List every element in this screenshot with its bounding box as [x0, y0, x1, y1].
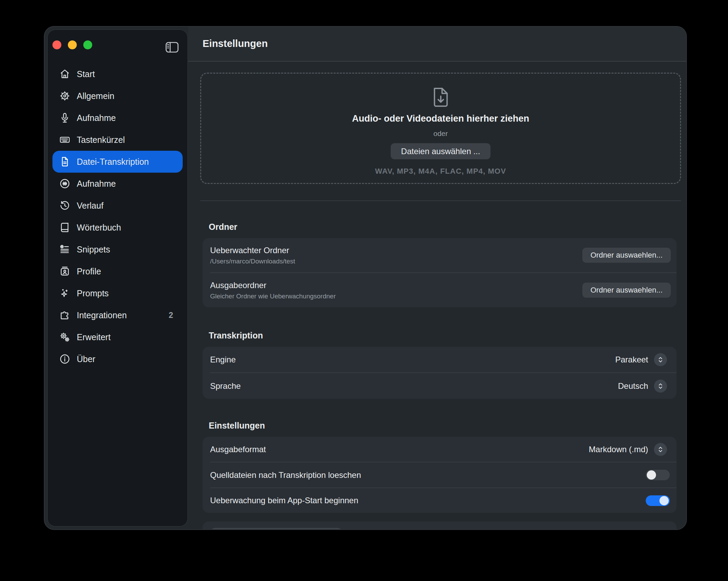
file-download-icon — [431, 86, 451, 109]
watched-folder-text: Ueberwachter Ordner /Users/marco/Downloa… — [210, 246, 295, 265]
sidebar-item-label: Aufnahme — [77, 179, 116, 189]
output-folder-text: Ausgabeordner Gleicher Ordner wie Ueberw… — [210, 281, 336, 300]
watched-folder-title: Ueberwachter Ordner — [210, 246, 295, 255]
engine-row: Engine Parakeet — [203, 347, 677, 372]
sidebar-nav: Start Allgemein — [48, 63, 187, 370]
chevron-up-down-icon — [654, 353, 667, 366]
delete-source-row: Quelldateien nach Transkription loeschen — [203, 462, 677, 487]
language-row: Sprache Deutsch — [203, 373, 677, 399]
keyboard-icon — [59, 134, 71, 146]
sidebar-item-profile[interactable]: Profile — [52, 260, 183, 282]
gears-icon — [59, 331, 71, 343]
output-folder-row: Ausgabeordner Gleicher Ordner wie Ueberw… — [203, 273, 677, 307]
dropzone-inner: Audio- oder Videodateien hierher ziehen … — [201, 74, 680, 176]
language-select[interactable]: Deutsch — [618, 380, 667, 393]
watch-on-start-row: Ueberwachung beim App-Start beginnen — [203, 488, 677, 513]
sidebar-item-label: Über — [77, 354, 95, 364]
snippet-list-icon — [59, 244, 71, 255]
sidebar-item-label: Aufnahme — [77, 113, 116, 123]
sidebar: Start Allgemein — [47, 29, 188, 527]
divider — [200, 200, 681, 201]
sidebar-toggle-icon[interactable] — [165, 41, 179, 53]
section-title-ordner: Ordner — [209, 222, 237, 232]
settings-content: Audio- oder Videodateien hierher ziehen … — [188, 62, 686, 529]
delete-source-label: Quelldateien nach Transkription loeschen — [210, 470, 361, 480]
book-icon — [59, 222, 71, 233]
settings-window: Start Allgemein — [44, 26, 687, 530]
engine-select[interactable]: Parakeet — [615, 353, 667, 366]
partial-button[interactable] — [211, 528, 342, 529]
home-icon — [59, 68, 71, 80]
watched-folder-path: /Users/marco/Downloads/test — [210, 258, 295, 265]
output-format-select[interactable]: Markdown (.md) — [589, 443, 667, 456]
sidebar-item-label: Datei-Transkription — [77, 157, 149, 167]
zoom-window-button[interactable] — [83, 40, 92, 49]
file-document-icon — [59, 156, 71, 168]
integrations-count-badge: 2 — [169, 311, 177, 320]
choose-watched-folder-button[interactable]: Ordner auswaehlen... — [582, 248, 671, 263]
output-format-row: Ausgabeformat Markdown (.md) — [203, 437, 677, 462]
main-panel: Einstellungen Audio- oder Videodatei — [188, 27, 686, 529]
sidebar-item-label: Wörterbuch — [77, 223, 121, 233]
sidebar-item-aufnahme[interactable]: Aufnahme — [52, 107, 183, 129]
sidebar-item-label: Snippets — [77, 245, 110, 255]
sidebar-item-verlauf[interactable]: Verlauf — [52, 195, 183, 217]
output-folder-title: Ausgabeordner — [210, 281, 336, 290]
choose-files-button[interactable]: Dateien auswählen ... — [391, 143, 490, 159]
microphone-icon — [59, 112, 71, 124]
language-label: Sprache — [210, 381, 241, 391]
file-dropzone[interactable]: Audio- oder Videodateien hierher ziehen … — [200, 73, 681, 184]
titlebar: Einstellungen — [188, 27, 686, 62]
waveform-circle-icon — [59, 178, 71, 189]
language-value: Deutsch — [618, 381, 648, 391]
watched-folder-row: Ueberwachter Ordner /Users/marco/Downloa… — [203, 238, 677, 272]
minimize-window-button[interactable] — [68, 40, 77, 49]
next-section-card-partial — [203, 521, 677, 529]
sidebar-item-tastenkuerzel[interactable]: Tastenkürzel — [52, 129, 183, 151]
chevron-up-down-icon — [654, 443, 667, 456]
traffic-lights — [52, 40, 92, 49]
engine-label: Engine — [210, 355, 236, 364]
delete-source-toggle[interactable] — [646, 470, 670, 480]
sidebar-item-allgemein[interactable]: Allgemein — [52, 85, 183, 107]
dropzone-heading: Audio- oder Videodateien hierher ziehen — [352, 113, 529, 124]
sidebar-item-label: Verlauf — [77, 201, 104, 211]
history-clock-icon — [59, 200, 71, 211]
ordner-card: Ueberwachter Ordner /Users/marco/Downloa… — [203, 238, 677, 307]
sidebar-item-label: Integrationen — [77, 310, 127, 320]
sidebar-item-label: Prompts — [77, 288, 109, 298]
dropzone-or-label: oder — [433, 129, 448, 138]
sidebar-item-ueber[interactable]: Über — [52, 348, 183, 370]
sidebar-item-aufnahme-2[interactable]: Aufnahme — [52, 173, 183, 195]
sidebar-item-label: Tastenkürzel — [77, 135, 125, 145]
sidebar-item-label: Start — [77, 69, 95, 79]
transkription-card: Engine Parakeet Sprache — [203, 347, 677, 399]
output-format-value: Markdown (.md) — [589, 445, 648, 454]
choose-output-folder-button[interactable]: Ordner auswaehlen... — [582, 283, 671, 298]
supported-formats-label: WAV, MP3, M4A, FLAC, MP4, MOV — [375, 167, 506, 176]
sparkles-icon — [59, 287, 71, 299]
section-title-transkription: Transkription — [209, 331, 263, 341]
sidebar-item-snippets[interactable]: Snippets — [52, 238, 183, 260]
sidebar-item-erweitert[interactable]: Erweitert — [52, 326, 183, 348]
sidebar-item-datei-transkription[interactable]: Datei-Transkription — [52, 151, 183, 173]
sidebar-item-label: Profile — [77, 267, 101, 276]
watch-on-start-toggle[interactable] — [646, 495, 670, 506]
output-folder-subtitle: Gleicher Ordner wie Ueberwachungsordner — [210, 293, 336, 300]
sidebar-item-label: Erweitert — [77, 332, 111, 342]
sidebar-item-start[interactable]: Start — [52, 63, 183, 85]
toggle-knob — [659, 496, 669, 505]
einstellungen-card: Ausgabeformat Markdown (.md) Quell — [203, 437, 677, 513]
screen: Start Allgemein — [0, 0, 728, 581]
close-window-button[interactable] — [52, 40, 61, 49]
output-format-label: Ausgabeformat — [210, 445, 266, 454]
sidebar-item-integrationen[interactable]: Integrationen 2 — [52, 304, 183, 326]
puzzle-icon — [59, 309, 71, 321]
sidebar-item-woerterbuch[interactable]: Wörterbuch — [52, 217, 183, 238]
toggle-knob — [647, 470, 656, 480]
sidebar-item-label: Allgemein — [77, 91, 114, 101]
sidebar-item-prompts[interactable]: Prompts — [52, 282, 183, 304]
info-circle-icon — [59, 353, 71, 365]
page-title: Einstellungen — [203, 38, 268, 49]
section-title-einstellungen: Einstellungen — [209, 421, 265, 431]
